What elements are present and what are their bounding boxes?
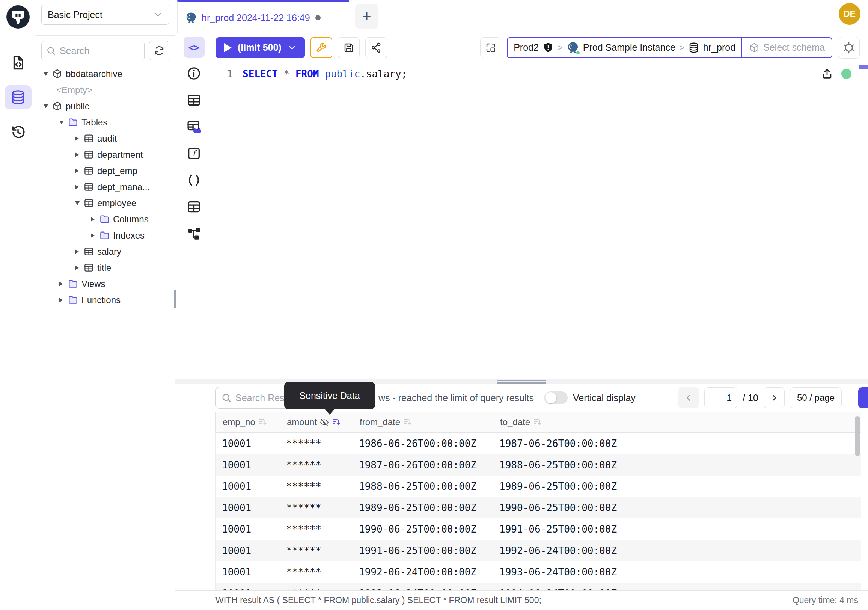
cell[interactable]: 10001 <box>216 582 280 590</box>
caret-down-icon[interactable] <box>75 201 81 205</box>
sort-icon[interactable] <box>332 418 341 427</box>
cell-masked[interactable]: ****** <box>280 475 353 497</box>
column-header-to-date[interactable]: to_date <box>493 412 633 432</box>
cell-masked[interactable]: ****** <box>280 518 353 540</box>
caret-right-icon[interactable] <box>59 298 65 303</box>
cell[interactable]: 1989-06-25T00:00:00Z <box>353 497 493 518</box>
caret-down-icon[interactable] <box>59 121 65 124</box>
connection-context[interactable]: Prod2 > Prod Sample Instance > hr_prod <box>508 38 741 57</box>
cell[interactable]: 1987-06-26T00:00:00Z <box>353 454 493 475</box>
caret-down-icon[interactable] <box>43 104 49 108</box>
previous-page-button[interactable] <box>678 387 699 408</box>
cell[interactable]: 10001 <box>216 433 280 454</box>
cell[interactable]: 1989-06-25T00:00:00Z <box>493 475 633 497</box>
upload-sql-icon[interactable] <box>821 68 833 80</box>
admin-mode-button[interactable] <box>310 37 332 58</box>
caret-right-icon[interactable] <box>91 217 96 222</box>
editor-overview-ruler[interactable] <box>858 62 868 379</box>
caret-down-icon[interactable] <box>43 72 49 76</box>
cell-masked[interactable]: ****** <box>280 497 353 518</box>
tree-item-bbdataarchive[interactable]: bbdataarchive <box>36 66 175 82</box>
tree-item-dept-manager[interactable]: dept_mana... <box>36 179 175 195</box>
caret-right-icon[interactable] <box>75 152 81 157</box>
column-header-amount[interactable]: amount <box>280 412 353 432</box>
table-row[interactable]: 10001******1987-06-26T00:00:00Z1988-06-2… <box>216 454 861 475</box>
next-page-button[interactable] <box>764 387 785 408</box>
tree-item-dept-emp[interactable]: dept_emp <box>36 163 175 179</box>
function-panel-icon[interactable] <box>187 146 201 161</box>
batch-query-button[interactable] <box>480 37 501 58</box>
table-panel-icon[interactable] <box>187 199 201 214</box>
new-tab-button[interactable]: + <box>355 4 378 28</box>
cell[interactable]: 1990-06-25T00:00:00Z <box>353 518 493 540</box>
worksheet-tab[interactable]: hr_prod 2024-11-22 16:49 <box>177 0 349 33</box>
tree-item-indexes[interactable]: Indexes <box>36 227 175 244</box>
table-panel-icon[interactable] <box>187 93 201 107</box>
cell[interactable]: 1988-06-25T00:00:00Z <box>493 454 633 475</box>
table-row[interactable]: 10001******1988-06-25T00:00:00Z1989-06-2… <box>216 475 861 497</box>
tree-item-views[interactable]: Views <box>36 276 175 292</box>
tree-item-title[interactable]: title <box>36 259 175 276</box>
cell[interactable]: 1993-06-24T00:00:00Z <box>353 582 493 590</box>
tree-item-functions[interactable]: Functions <box>36 292 175 308</box>
caret-right-icon[interactable] <box>75 169 81 173</box>
column-header-from-date[interactable]: from_date <box>353 412 493 432</box>
tree-item-public[interactable]: public <box>36 98 175 114</box>
cell[interactable]: 1991-06-25T00:00:00Z <box>493 518 633 540</box>
caret-right-icon[interactable] <box>75 265 81 270</box>
cell[interactable]: 10001 <box>216 497 280 518</box>
masked-table-icon[interactable] <box>187 120 201 134</box>
schema-diagram-icon[interactable] <box>187 226 201 241</box>
sort-icon[interactable] <box>403 418 412 427</box>
table-row[interactable]: 10001******1989-06-25T00:00:00Z1990-06-2… <box>216 497 861 518</box>
caret-right-icon[interactable] <box>91 233 96 238</box>
run-query-button[interactable]: (limit 500) <box>216 37 305 58</box>
cell[interactable]: 10001 <box>216 561 280 582</box>
caret-right-icon[interactable] <box>75 185 81 189</box>
rail-database-button[interactable] <box>5 85 31 109</box>
cell-masked[interactable]: ****** <box>280 454 353 475</box>
schema-selector[interactable]: Select schema <box>741 38 832 57</box>
cell-masked[interactable]: ****** <box>280 582 353 590</box>
cell-masked[interactable]: ****** <box>280 561 353 582</box>
code-panel-toggle[interactable]: <> <box>184 37 205 58</box>
tree-item-audit[interactable]: audit <box>36 130 175 146</box>
panel-resize-divider[interactable] <box>175 379 868 384</box>
info-icon[interactable] <box>187 66 201 81</box>
project-selector[interactable]: Basic Project <box>41 5 169 25</box>
sidebar-search-input[interactable]: Search <box>41 41 144 61</box>
cell[interactable]: 10001 <box>216 518 280 540</box>
rail-history-button[interactable] <box>5 120 31 144</box>
cell[interactable]: 10001 <box>216 540 280 561</box>
share-sheet-button[interactable] <box>365 37 387 58</box>
sort-icon[interactable] <box>533 418 542 427</box>
vertical-display-toggle[interactable] <box>544 391 568 404</box>
chevron-down-icon[interactable] <box>288 43 297 52</box>
cell[interactable]: 1990-06-25T00:00:00Z <box>493 497 633 518</box>
export-button[interactable] <box>858 387 868 408</box>
table-row[interactable]: 10001******1992-06-24T00:00:00Z1993-06-2… <box>216 561 861 582</box>
caret-right-icon[interactable] <box>59 282 65 286</box>
bytebase-logo-icon[interactable] <box>6 5 30 29</box>
tree-item-tables[interactable]: Tables <box>36 114 175 130</box>
cell[interactable]: 1991-06-25T00:00:00Z <box>353 540 493 561</box>
caret-right-icon[interactable] <box>75 250 81 254</box>
avatar[interactable]: DE <box>839 3 860 25</box>
ai-assistant-button[interactable] <box>838 37 860 59</box>
cell[interactable]: 1986-06-26T00:00:00Z <box>353 433 493 454</box>
table-row[interactable]: 10001******1986-06-26T00:00:00Z1987-06-2… <box>216 433 861 454</box>
table-row[interactable]: 10001******1993-06-24T00:00:00Z1994-06-2… <box>216 582 861 590</box>
table-scrollbar-thumb[interactable] <box>855 416 860 456</box>
cell[interactable]: 1993-06-24T00:00:00Z <box>493 561 633 582</box>
cell-masked[interactable]: ****** <box>280 433 353 454</box>
page-number-input[interactable]: 1 <box>704 387 737 408</box>
cell-masked[interactable]: ****** <box>280 540 353 561</box>
sidebar-resize-handle[interactable] <box>174 290 176 307</box>
table-row[interactable]: 10001******1990-06-25T00:00:00Z1991-06-2… <box>216 518 861 540</box>
caret-right-icon[interactable] <box>75 137 81 141</box>
cell[interactable]: 1992-06-24T00:00:00Z <box>353 561 493 582</box>
tree-item-salary[interactable]: salary <box>36 244 175 259</box>
tree-item-department[interactable]: department <box>36 146 175 163</box>
cell[interactable]: 10001 <box>216 454 280 475</box>
tree-item-employee[interactable]: employee <box>36 195 175 211</box>
